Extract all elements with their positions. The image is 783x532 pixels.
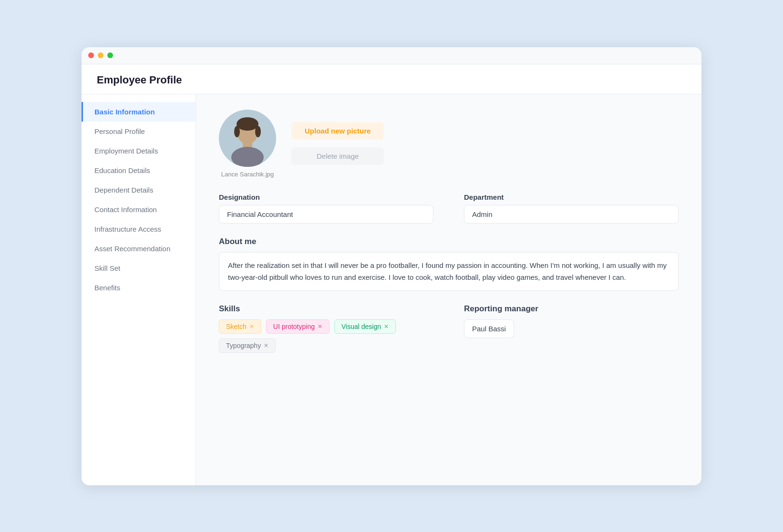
svg-point-3 [231, 147, 264, 167]
sidebar-item-skill-set[interactable]: Skill Set [82, 258, 196, 278]
avatar [219, 110, 276, 167]
about-section: About me After the realization set in th… [219, 237, 679, 291]
skill-label: Visual design [341, 323, 381, 330]
avatar-wrap: Lance Sarachik.jpg [219, 110, 276, 178]
sidebar-item-dependent-details[interactable]: Dependent Details [82, 180, 196, 200]
svg-point-5 [234, 126, 240, 137]
skills-tags: Sketch✕UI prototyping✕Visual design✕Typo… [219, 319, 433, 353]
close-dot[interactable] [88, 52, 94, 58]
profile-section: Lance Sarachik.jpg Upload new picture De… [219, 110, 679, 178]
skill-tag-sketch: Sketch✕ [219, 319, 261, 334]
skill-tag-ui-prototyping: UI prototyping✕ [266, 319, 330, 334]
reporting-section: Reporting manager Paul Bassi [464, 304, 679, 353]
designation-label: Designation [219, 193, 433, 201]
skill-label: Sketch [226, 323, 247, 330]
app-window: Employee Profile Basic InformationPerson… [82, 47, 701, 485]
main-layout: Basic InformationPersonal ProfileEmploym… [82, 94, 701, 485]
skill-label: Typography [226, 342, 261, 349]
sidebar-item-basic-information[interactable]: Basic Information [82, 102, 196, 122]
skill-remove-icon[interactable]: ✕ [249, 323, 254, 330]
about-label: About me [219, 237, 679, 246]
designation-value: Financial Accountant [219, 205, 433, 224]
page-header: Employee Profile [82, 64, 701, 94]
sidebar: Basic InformationPersonal ProfileEmploym… [82, 94, 196, 485]
sidebar-item-contact-information[interactable]: Contact Information [82, 200, 196, 219]
skill-remove-icon[interactable]: ✕ [318, 323, 322, 330]
sidebar-item-personal-profile[interactable]: Personal Profile [82, 122, 196, 141]
maximize-dot[interactable] [107, 52, 113, 58]
department-field: Department Admin [464, 193, 679, 224]
skill-tag-typography: Typography✕ [219, 338, 276, 353]
sidebar-item-infrastructure-access[interactable]: Infrastructure Access [82, 219, 196, 239]
department-label: Department [464, 193, 679, 201]
skills-section: Skills Sketch✕UI prototyping✕Visual desi… [219, 304, 433, 353]
page-title: Employee Profile [97, 74, 686, 86]
titlebar [82, 47, 701, 64]
upload-picture-button[interactable]: Upload new picture [291, 122, 384, 140]
skill-tag-visual-design: Visual design✕ [334, 319, 396, 334]
sidebar-item-benefits[interactable]: Benefits [82, 278, 196, 297]
reporting-label: Reporting manager [464, 304, 679, 314]
about-text: After the realization set in that I will… [219, 252, 679, 291]
picture-buttons: Upload new picture Delete image [291, 122, 384, 165]
skill-remove-icon[interactable]: ✕ [264, 342, 268, 349]
skills-label: Skills [219, 304, 433, 314]
designation-field: Designation Financial Accountant [219, 193, 433, 224]
avatar-filename: Lance Sarachik.jpg [219, 171, 276, 178]
sidebar-item-education-details[interactable]: Education Details [82, 161, 196, 180]
sidebar-item-employment-details[interactable]: Employment Details [82, 141, 196, 161]
reporting-value: Paul Bassi [464, 319, 514, 338]
minimize-dot[interactable] [98, 52, 103, 58]
svg-point-6 [255, 126, 261, 137]
skills-reporting-grid: Skills Sketch✕UI prototyping✕Visual desi… [219, 304, 679, 353]
content-area: Lance Sarachik.jpg Upload new picture De… [196, 94, 701, 485]
department-value: Admin [464, 205, 679, 224]
sidebar-item-asset-recommendation[interactable]: Asset Recommendation [82, 239, 196, 258]
svg-point-4 [237, 117, 258, 131]
skill-remove-icon[interactable]: ✕ [384, 323, 389, 330]
delete-image-button[interactable]: Delete image [291, 147, 384, 165]
designation-department-grid: Designation Financial Accountant Departm… [219, 193, 679, 224]
skill-label: UI prototyping [273, 323, 315, 330]
